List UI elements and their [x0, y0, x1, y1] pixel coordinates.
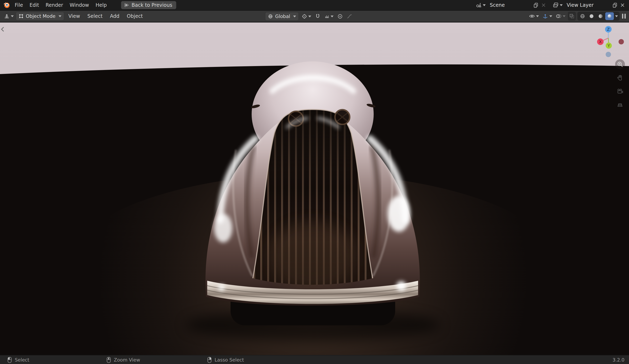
menu-object-label: Object — [127, 13, 143, 19]
xray-icon — [569, 13, 575, 19]
menu-render-label: Render — [46, 2, 63, 8]
zoom-view-button[interactable] — [615, 59, 625, 69]
viewport-render[interactable] — [0, 22, 629, 355]
mouse-left-icon — [7, 357, 12, 364]
chevron-down-icon — [560, 4, 563, 6]
view-layer-name-field[interactable]: View Layer — [565, 2, 611, 8]
proportional-editing-icon — [337, 13, 343, 19]
menu-object[interactable]: Object — [124, 13, 146, 19]
chevron-down-icon — [293, 15, 296, 17]
menu-add[interactable]: Add — [107, 13, 123, 19]
mouse-right-icon — [207, 357, 212, 364]
back-arrow-icon — [124, 2, 129, 8]
axis-z-label: Z — [607, 27, 610, 31]
chevron-down-icon — [59, 15, 61, 17]
new-view-layer-icon[interactable] — [612, 2, 618, 8]
proportional-falloff-selector[interactable] — [346, 12, 353, 21]
keymap-hint-select: Select — [7, 356, 29, 364]
snap-increment-icon — [324, 14, 330, 19]
scene-name-field[interactable]: Scene — [488, 2, 532, 8]
menu-file-label: File — [15, 2, 23, 8]
axis-x-negative-ball[interactable] — [619, 39, 624, 44]
object-visibility-selector[interactable] — [528, 12, 540, 20]
browse-view-layer-button[interactable] — [552, 1, 564, 9]
snap-toggle[interactable] — [314, 12, 321, 21]
editor-type-icon — [4, 13, 10, 19]
show-gizmo-toggle[interactable] — [541, 12, 553, 20]
viewport-side-tools — [615, 59, 625, 110]
chevron-down-icon — [549, 15, 552, 17]
xray-toggle[interactable] — [568, 12, 576, 20]
pivot-point-selector[interactable] — [301, 12, 312, 21]
solid-shading-icon — [589, 13, 594, 19]
menu-edit[interactable]: Edit — [26, 0, 42, 10]
material-preview-shading-icon — [598, 13, 603, 19]
hint-zoom-view-label: Zoom View — [114, 357, 140, 363]
mode-selector[interactable]: Object Mode — [16, 12, 64, 20]
unlink-scene-icon[interactable]: × — [540, 2, 547, 8]
wireframe-shading-icon — [580, 13, 585, 19]
blender-version: 3.2.0 — [613, 356, 625, 364]
toggle-perspective-icon[interactable] — [615, 100, 625, 110]
scene-icon — [476, 2, 482, 8]
shading-mode-group — [577, 12, 620, 21]
remove-view-layer-icon[interactable]: × — [619, 2, 626, 8]
axis-y-ball[interactable]: Y — [606, 43, 612, 49]
transform-orientation-selector[interactable]: Global — [265, 12, 299, 21]
shading-rendered-button[interactable] — [605, 12, 614, 20]
hint-lasso-select-label: Lasso Select — [215, 357, 244, 363]
header-overflow-icon[interactable] — [621, 14, 627, 19]
menu-select-label: Select — [87, 13, 103, 19]
menu-help[interactable]: Help — [92, 0, 110, 10]
menu-edit-label: Edit — [29, 2, 39, 8]
camera-view-icon[interactable] — [615, 86, 625, 96]
magnet-icon — [315, 13, 321, 19]
toolbar-toggle-icon[interactable] — [0, 27, 5, 33]
transform-orientation-label: Global — [275, 14, 290, 19]
navigation-axis-gizmo[interactable]: Z X Y — [591, 21, 626, 60]
menu-render[interactable]: Render — [42, 0, 66, 10]
browse-scene-button[interactable] — [475, 1, 486, 9]
version-label: 3.2.0 — [613, 357, 625, 363]
menu-window[interactable]: Window — [66, 0, 92, 10]
menu-help-label: Help — [96, 2, 107, 8]
chevron-down-icon — [331, 15, 333, 17]
axis-z-negative-ball[interactable] — [606, 52, 611, 57]
shading-wireframe-button[interactable] — [578, 12, 587, 20]
blender-logo-icon[interactable] — [3, 1, 10, 9]
menu-select[interactable]: Select — [84, 13, 106, 19]
gizmo-axes-icon — [542, 13, 548, 19]
axis-y-label: Y — [607, 43, 610, 48]
chevron-down-icon — [308, 15, 311, 17]
chevron-down-icon — [11, 15, 14, 17]
back-to-previous-label: Back to Previous — [132, 2, 172, 8]
keymap-hint-zoom-view: Zoom View — [106, 356, 140, 364]
shading-solid-button[interactable] — [587, 12, 596, 20]
menu-view[interactable]: View — [65, 13, 83, 19]
menu-file[interactable]: File — [11, 0, 26, 10]
show-overlays-toggle[interactable] — [555, 12, 566, 20]
shading-material-button[interactable] — [596, 12, 605, 20]
chevron-down-icon — [615, 15, 618, 17]
menu-view-label: View — [68, 13, 80, 19]
object-mode-icon — [18, 13, 24, 19]
new-scene-icon[interactable] — [533, 2, 539, 8]
menu-window-label: Window — [70, 2, 89, 8]
axis-z-ball[interactable]: Z — [605, 26, 612, 32]
axis-x-ball[interactable]: X — [597, 38, 604, 45]
falloff-curve-icon — [347, 13, 352, 19]
overlays-icon — [556, 13, 562, 19]
keymap-hint-lasso-select: Lasso Select — [207, 356, 244, 364]
chevron-down-icon — [483, 4, 486, 6]
visibility-eye-icon — [529, 13, 535, 19]
viewport-3d[interactable] — [0, 22, 629, 355]
global-orientation-icon — [268, 14, 273, 19]
editor-type-selector[interactable] — [3, 12, 14, 20]
view-layer-icon — [553, 2, 559, 8]
proportional-editing-toggle[interactable] — [336, 12, 344, 21]
menu-add-label: Add — [110, 13, 119, 19]
axis-x-label: X — [599, 39, 602, 44]
back-to-previous-button[interactable]: Back to Previous — [121, 1, 176, 9]
pan-hand-icon[interactable] — [615, 73, 625, 83]
snap-target-selector[interactable] — [323, 12, 334, 21]
